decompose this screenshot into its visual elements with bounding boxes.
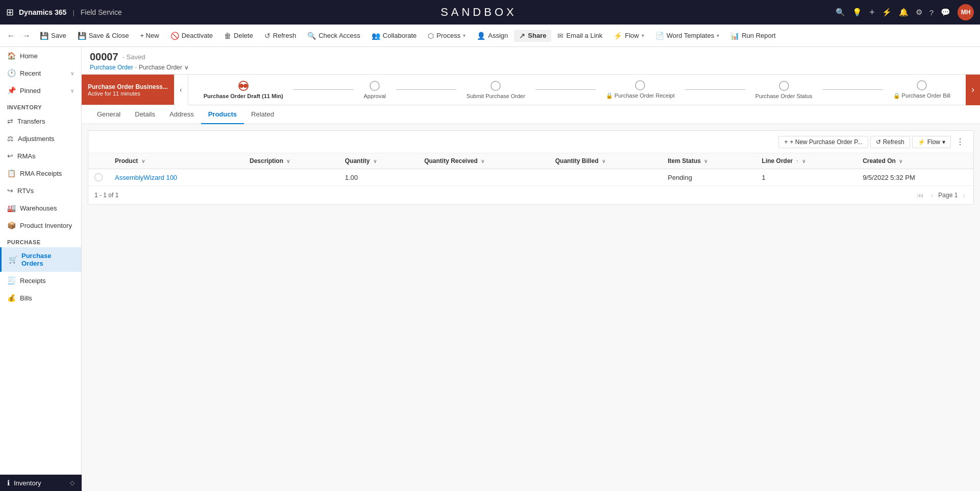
sidebar-item-pinned[interactable]: 📌 Pinned ∨ xyxy=(0,82,81,99)
sidebar-item-purchase-orders[interactable]: 🛒 Purchase Orders xyxy=(0,247,81,272)
top-nav: ⊞ Dynamics 365 | Field Service SANDBOX 🔍… xyxy=(0,0,980,25)
sidebar-item-recent[interactable]: 🕐 Recent ∨ xyxy=(0,64,81,82)
record-tabs: General Details Address Products Related xyxy=(82,105,980,124)
tab-general[interactable]: General xyxy=(90,105,128,124)
filter-icon[interactable]: ⚡ xyxy=(882,8,892,17)
stage-draft[interactable]: Purchase Order Draft (11 Min) xyxy=(193,81,293,99)
stage-circle-bill xyxy=(917,80,927,90)
stage-submit[interactable]: Submit Purchase Order xyxy=(456,81,535,99)
stage-bill[interactable]: 🔒 Purchase Order Bill xyxy=(883,80,961,99)
sidebar-item-rma-receipts[interactable]: 📋 RMA Receipts xyxy=(0,165,81,182)
stage-connector-2 xyxy=(396,89,456,90)
record-header: 00007 - Saved Purchase Order · Purchase … xyxy=(82,47,980,75)
save-button[interactable]: 💾 Save xyxy=(35,30,71,42)
tab-products[interactable]: Products xyxy=(201,105,244,124)
sidebar-item-bills[interactable]: 💰 Bills xyxy=(0,289,81,307)
bills-icon: 💰 xyxy=(7,294,16,302)
new-button[interactable]: + New xyxy=(135,30,164,41)
bell-icon[interactable]: 🔔 xyxy=(899,8,909,17)
check-access-button[interactable]: 🔍 Check Access xyxy=(302,30,365,42)
next-page-button[interactable]: › xyxy=(961,190,967,200)
col-qty-received[interactable]: Quantity Received ∨ xyxy=(418,153,549,169)
sidebar-item-receipts[interactable]: 🧾 Receipts xyxy=(0,272,81,289)
deactivate-icon: 🚫 xyxy=(170,32,179,40)
tab-details[interactable]: Details xyxy=(128,105,162,124)
word-icon: 📄 xyxy=(655,32,664,40)
share-button[interactable]: ↗ Share xyxy=(514,30,551,42)
command-bar: ← → 💾 Save 💾 Save & Close + New 🚫 Deacti… xyxy=(0,25,980,47)
bottom-bar[interactable]: ℹ Inventory ◇ xyxy=(0,475,82,491)
save-close-button[interactable]: 💾 Save & Close xyxy=(72,30,134,42)
first-page-button[interactable]: ⏮ xyxy=(915,190,926,200)
sidebar-item-warehouses[interactable]: 🏭 Warehouses xyxy=(0,199,81,217)
sidebar-item-adjustments[interactable]: ⚖ Adjustments xyxy=(0,130,81,147)
collaborate-button[interactable]: 👥 Collaborate xyxy=(366,30,422,42)
sidebar-item-home[interactable]: 🏠 Home xyxy=(0,47,81,64)
page-label: Page 1 xyxy=(938,192,958,199)
avatar[interactable]: MH xyxy=(958,4,974,20)
forward-button[interactable]: → xyxy=(19,29,34,42)
sidebar-item-rmas[interactable]: ↩ RMAs xyxy=(0,147,81,165)
col-description[interactable]: Description ∨ xyxy=(243,153,339,169)
stage-receipt[interactable]: 🔒 Purchase Order Receipt xyxy=(596,80,685,99)
refresh-icon: ↺ xyxy=(264,32,271,40)
flow-button[interactable]: ⚡ Flow ▾ xyxy=(608,30,649,42)
col-qty-billed[interactable]: Quantity Billed ∨ xyxy=(549,153,662,169)
refresh-button[interactable]: ↺ Refresh xyxy=(259,30,302,42)
tab-address[interactable]: Address xyxy=(162,105,201,124)
products-table: Product ∨ Description ∨ Quantity ∨ Quant… xyxy=(88,153,973,186)
col-item-status[interactable]: Item Status ∨ xyxy=(662,153,755,169)
report-icon: 📊 xyxy=(730,32,739,40)
pinned-expand-icon: ∨ xyxy=(70,88,74,93)
tab-related[interactable]: Related xyxy=(244,105,281,124)
plus-icon[interactable]: + xyxy=(869,7,875,18)
chat-icon[interactable]: 💬 xyxy=(941,8,950,17)
flow-dropdown-icon: ▾ xyxy=(642,33,644,38)
col-product[interactable]: Product ∨ xyxy=(109,153,243,169)
email-icon: ✉ xyxy=(557,32,564,40)
pagination-summary: 1 - 1 of 1 xyxy=(94,192,118,199)
prev-page-button[interactable]: ‹ xyxy=(929,190,936,200)
products-more-button[interactable]: ⋮ xyxy=(953,135,967,149)
deactivate-button[interactable]: 🚫 Deactivate xyxy=(165,30,218,42)
products-flow-button[interactable]: ⚡ Flow ▾ xyxy=(912,136,951,148)
run-report-button[interactable]: 📊 Run Report xyxy=(725,30,780,42)
delete-button[interactable]: 🗑 Delete xyxy=(219,30,258,42)
app-grid-icon[interactable]: ⊞ xyxy=(6,7,14,18)
stage-label-bill: 🔒 Purchase Order Bill xyxy=(893,92,950,99)
transfers-icon: ⇄ xyxy=(7,117,13,125)
nav-separator: | xyxy=(72,9,74,16)
settings-icon[interactable]: ⚙ xyxy=(916,8,922,17)
assign-button[interactable]: 👤 Assign xyxy=(472,30,513,42)
process-next-button[interactable]: › xyxy=(966,75,980,105)
email-link-button[interactable]: ✉ Email a Link xyxy=(552,30,607,42)
col-quantity[interactable]: Quantity ∨ xyxy=(339,153,418,169)
col-created-on[interactable]: Created On ∨ xyxy=(856,153,973,169)
products-refresh-button[interactable]: ↺ Refresh xyxy=(870,136,910,148)
sidebar-item-rtvs[interactable]: ↪ RTVs xyxy=(0,182,81,199)
search-icon[interactable]: 🔍 xyxy=(836,8,845,17)
sidebar-item-product-inventory[interactable]: 📦 Product Inventory xyxy=(0,217,81,234)
help-icon[interactable]: ? xyxy=(929,8,934,17)
pagination: 1 - 1 of 1 ⏮ ‹ Page 1 › xyxy=(88,186,973,204)
sidebar-item-transfers[interactable]: ⇄ Transfers xyxy=(0,112,81,130)
breadcrumb-parent[interactable]: Purchase Order xyxy=(90,64,133,71)
products-refresh-icon: ↺ xyxy=(876,138,881,146)
process-button[interactable]: ⬡ Process ▾ xyxy=(423,30,471,42)
word-templates-button[interactable]: 📄 Word Templates ▾ xyxy=(650,30,724,42)
process-prev-button[interactable]: ‹ xyxy=(174,75,188,105)
active-stage-badge[interactable]: Purchase Order Business... Active for 11… xyxy=(82,75,174,105)
breadcrumb-current: Purchase Order xyxy=(139,64,182,71)
share-icon: ↗ xyxy=(519,32,525,40)
breadcrumb-dropdown-icon[interactable]: ∨ xyxy=(184,64,189,71)
stage-approval[interactable]: Approval xyxy=(354,81,396,99)
inventory-section-label: Inventory xyxy=(0,99,81,112)
stage-connector-5 xyxy=(823,89,883,90)
stage-status[interactable]: Purchase Order Status xyxy=(745,81,823,99)
row-checkbox-col[interactable] xyxy=(88,169,109,186)
back-button[interactable]: ← xyxy=(4,29,18,42)
new-purchase-order-product-button[interactable]: + + New Purchase Order P... xyxy=(778,136,868,148)
col-line-order[interactable]: Line Order ↑ ∨ xyxy=(756,153,857,169)
product-link[interactable]: AssemblyWizard 100 xyxy=(109,169,243,186)
lightbulb-icon[interactable]: 💡 xyxy=(852,8,862,17)
